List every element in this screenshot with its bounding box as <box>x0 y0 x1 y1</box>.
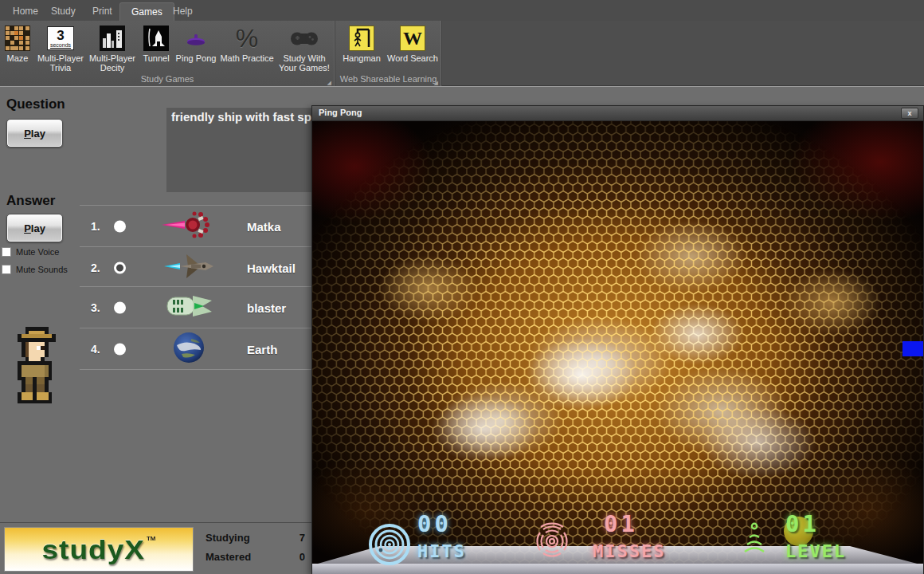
hits-label: HITS <box>417 541 466 561</box>
dialog-launcher-icon[interactable]: ◢ <box>327 80 331 86</box>
ribbon-group-label: Study Games <box>0 73 335 85</box>
misses-x-icon <box>532 521 572 564</box>
level-label: LEVEL <box>785 541 846 561</box>
ribbon-button-label: Tunnel <box>139 53 174 63</box>
question-heading: Question <box>6 96 65 112</box>
answer-row-hawktail[interactable]: 2. Hawktail <box>80 247 311 288</box>
ribbon-button-ping-pong[interactable]: Ping Pong <box>175 22 217 72</box>
window-title: Ping Pong <box>319 108 362 117</box>
ribbon-button-multiplayer-decity[interactable]: Multi-Player Decity <box>88 22 137 72</box>
answer-radio[interactable] <box>114 220 126 232</box>
ribbon-button-label: Multi-Player Trivia <box>35 53 86 73</box>
answer-radio[interactable] <box>114 343 126 355</box>
tab-print[interactable]: Print <box>81 2 123 21</box>
hawktail-ship-image <box>159 248 218 288</box>
ribbon-button-label: Study With Your Games! <box>277 53 331 73</box>
ribbon: Maze 3 seconds Multi-Player Trivia <box>0 21 924 86</box>
question-text-box: friendly ship with fast spe <box>166 107 311 192</box>
ribbon-button-math-practice[interactable]: % Math Practice <box>218 22 276 72</box>
answer-label: Hawktail <box>247 261 296 274</box>
city-bars-icon <box>88 25 137 52</box>
percent-icon: % <box>218 25 276 52</box>
ribbon-group-study-games: Maze 3 seconds Multi-Player Trivia <box>0 21 335 86</box>
answer-number: 1. <box>91 220 100 233</box>
explosion-bloom-layer <box>312 121 923 574</box>
mute-voice-checkbox[interactable] <box>2 247 11 257</box>
answer-heading: Answer <box>6 193 55 209</box>
answer-number: 3. <box>91 301 100 314</box>
trivia-icon-seconds: seconds <box>50 42 71 48</box>
maze-icon <box>2 25 33 52</box>
ping-pong-window: Ping Pong x <box>311 105 924 574</box>
game-area: 00 HITS <box>312 121 923 574</box>
tab-help[interactable]: Help <box>162 2 204 21</box>
mute-voice-label: Mute Voice <box>16 247 59 257</box>
ribbon-button-label: Maze <box>2 53 33 63</box>
ribbon-group-label: Web Shareable Learning <box>335 73 441 85</box>
mute-voice-option: Mute Voice <box>2 247 59 257</box>
answer-label: blaster <box>247 301 286 314</box>
answer-row-earth[interactable]: 4. Earth <box>80 328 311 369</box>
hangman-icon <box>339 25 385 52</box>
close-button[interactable]: x <box>901 108 918 119</box>
studying-label: Studying <box>206 532 250 544</box>
level-value: 01 <box>785 510 820 537</box>
window-titlebar[interactable]: Ping Pong x <box>312 106 923 121</box>
ribbon-button-maze[interactable]: Maze <box>2 22 33 72</box>
mute-sounds-option: Mute Sounds <box>2 265 68 274</box>
ribbon-button-hangman[interactable]: Hangman <box>339 22 385 72</box>
tab-study[interactable]: Study <box>40 2 87 21</box>
hits-target-icon <box>368 523 411 569</box>
ribbon-button-multiplayer-trivia[interactable]: 3 seconds Multi-Player Trivia <box>35 22 86 72</box>
ribbon-button-study-with-your-games[interactable]: Study With Your Games! <box>277 22 331 72</box>
player-paddle[interactable] <box>902 341 923 356</box>
misses-value: 01 <box>604 510 638 537</box>
answer-number: 2. <box>91 261 100 274</box>
ribbon-group-web-shareable: Hangman W Word Search Web Shareable Lear… <box>335 21 442 86</box>
ribbon-button-label: Hangman <box>339 53 385 63</box>
tunnel-rocket-icon <box>139 25 174 52</box>
answer-radio-selected[interactable] <box>114 261 126 273</box>
question-play-button[interactable]: Play <box>6 119 63 147</box>
ribbon-button-word-search[interactable]: W Word Search <box>386 22 439 72</box>
word-search-icon: W <box>386 25 439 52</box>
answer-radio[interactable] <box>114 301 126 313</box>
level-beacon-icon <box>741 520 768 564</box>
mute-sounds-checkbox[interactable] <box>2 265 11 274</box>
ribbon-button-tunnel[interactable]: Tunnel <box>139 22 174 72</box>
ribbon-button-label: Math Practice <box>218 53 276 63</box>
ping-pong-paddle-icon <box>175 25 217 52</box>
answer-number: 4. <box>91 343 100 356</box>
misses-label: MISSES <box>593 541 665 561</box>
answer-label: Earth <box>247 342 277 356</box>
ribbon-button-label: Ping Pong <box>175 53 217 63</box>
hits-value: 00 <box>417 510 452 537</box>
answer-play-button[interactable]: Play <box>6 214 63 242</box>
matka-ship-image <box>159 207 218 246</box>
studying-value: 7 <box>281 532 305 544</box>
mastered-value: 0 <box>281 551 305 563</box>
explorer-character-sprite <box>14 326 60 407</box>
mastered-label: Mastered <box>206 551 251 563</box>
bottom-divider <box>0 522 311 523</box>
mute-sounds-label: Mute Sounds <box>16 265 68 274</box>
answer-list: 1. Matka 2. <box>80 205 311 369</box>
answer-label: Matka <box>247 219 281 233</box>
studyx-logo: studyXTM <box>4 527 194 572</box>
studyx-app: Home Study Print Games Help Maze <box>0 0 924 574</box>
earth-image <box>159 329 218 369</box>
answer-row-matka[interactable]: 1. Matka <box>80 206 311 246</box>
gamepad-icon <box>277 25 331 52</box>
ribbon-tab-bar: Home Study Print Games Help <box>0 0 924 21</box>
main-content: Question Play friendly ship with fast sp… <box>0 86 924 574</box>
blaster-ship-image <box>159 289 218 327</box>
ribbon-button-label: Multi-Player Decity <box>88 53 137 73</box>
ribbon-button-label: Word Search <box>386 53 439 63</box>
dialog-launcher-icon[interactable]: ◢ <box>434 80 438 86</box>
trivia-3-seconds-icon: 3 seconds <box>35 25 86 52</box>
trivia-icon-number: 3 <box>57 29 64 42</box>
answer-row-blaster[interactable]: 3. blaster <box>80 287 311 328</box>
